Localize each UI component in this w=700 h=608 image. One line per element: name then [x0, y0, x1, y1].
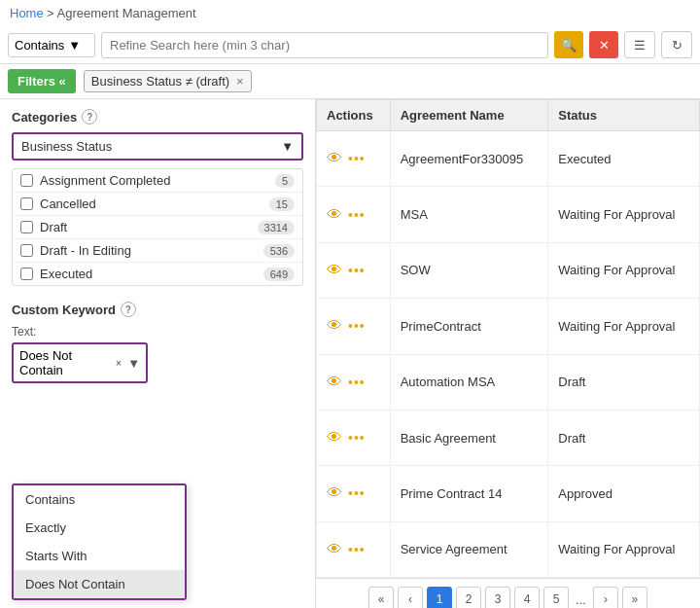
category-item-count: 5 [275, 174, 295, 188]
category-item-count: 15 [269, 197, 295, 211]
view-icon[interactable]: 👁 [327, 429, 342, 447]
list-view-button[interactable]: ☰ [624, 31, 655, 58]
agreement-name-cell: PrimeContract [390, 299, 548, 354]
more-options-icon[interactable]: ••• [348, 430, 366, 446]
status-cell: Waiting For Approval [548, 299, 700, 354]
search-type-arrow: ▼ [68, 38, 81, 53]
list-item: Draft 3314 [13, 216, 302, 239]
category-item-label: Draft [40, 220, 258, 234]
custom-keyword-help-icon[interactable]: ? [121, 302, 136, 317]
text-filter-close-btn[interactable]: × [116, 357, 122, 369]
filter-close-button[interactable]: × [236, 74, 244, 89]
actions-cell: 👁 ••• [317, 131, 391, 187]
text-filter-dropdown[interactable]: Does Not Contain × ▼ [12, 342, 148, 383]
list-item: Assignment Completed 5 [13, 169, 302, 193]
breadcrumb-separator: > [47, 6, 57, 20]
list-item: Draft - In Editing 536 [13, 239, 302, 263]
more-options-icon[interactable]: ••• [348, 542, 366, 557]
category-item-label: Cancelled [40, 197, 269, 211]
view-icon[interactable]: 👁 [327, 541, 342, 558]
view-icon[interactable]: 👁 [327, 317, 342, 335]
dropdown-menu-item[interactable]: Contains [14, 485, 185, 514]
more-options-icon[interactable]: ••• [348, 151, 366, 166]
more-options-icon[interactable]: ••• [348, 318, 366, 334]
page-prev-button[interactable]: ‹ [398, 587, 423, 608]
page-next-button[interactable]: › [593, 587, 618, 608]
text-filter-arrow: ▼ [127, 356, 140, 371]
category-checkbox[interactable] [20, 221, 33, 233]
custom-keyword-label: Custom Keyword [12, 303, 116, 317]
clear-icon: ✕ [599, 38, 610, 53]
page-1-button[interactable]: 1 [427, 587, 452, 608]
agreement-name-cell: Basic Agreement [390, 410, 548, 465]
actions-cell: 👁 ••• [317, 466, 391, 521]
search-type-dropdown[interactable]: Contains ▼ [8, 33, 95, 57]
category-dropdown[interactable]: Business Status ▼ [12, 132, 303, 161]
table-row: 👁 ••• PrimeContract Waiting For Approval [317, 299, 700, 354]
search-type-value: Contains [15, 38, 64, 53]
agreement-name-cell: Service Agreement [390, 521, 548, 577]
list-item: Executed 649 [13, 263, 302, 285]
category-item-count: 3314 [258, 221, 295, 234]
page-2-button[interactable]: 2 [456, 587, 481, 608]
categories-section: Categories ? Business Status ▼ Assignmen… [0, 99, 315, 292]
table-row: 👁 ••• Service Agreement Waiting For Appr… [317, 521, 700, 577]
refresh-icon: ↻ [672, 38, 682, 53]
category-item-label: Executed [40, 267, 263, 281]
actions-cell: 👁 ••• [317, 410, 391, 465]
category-checkbox[interactable] [20, 244, 33, 257]
category-item-label: Draft - In Editing [40, 243, 263, 258]
dropdown-menu-item[interactable]: Does Not Contain [14, 570, 185, 598]
categories-help-icon[interactable]: ? [82, 109, 97, 125]
actions-cell: 👁 ••• [317, 521, 391, 577]
filters-toggle-button[interactable]: Filters « [8, 69, 76, 93]
text-filter-value: Does Not Contain × [19, 348, 122, 377]
category-checkbox[interactable] [20, 174, 33, 187]
dropdown-menu-item[interactable]: Exactly [14, 514, 185, 542]
category-checkbox[interactable] [20, 197, 33, 210]
table-row: 👁 ••• Prime Contract 14 Approved [317, 466, 700, 521]
view-icon[interactable]: 👁 [327, 206, 342, 224]
more-options-icon[interactable]: ••• [348, 375, 366, 390]
search-button[interactable]: 🔍 [554, 31, 583, 58]
status-cell: Waiting For Approval [548, 187, 700, 242]
agreement-name-cell: Prime Contract 14 [390, 466, 548, 521]
categories-label: Categories [12, 110, 77, 125]
status-cell: Approved [548, 466, 700, 521]
actions-cell: 👁 ••• [317, 242, 391, 298]
breadcrumb-home[interactable]: Home [10, 6, 44, 20]
more-options-icon[interactable]: ••• [348, 207, 366, 223]
page-last-button[interactable]: » [622, 587, 648, 608]
more-options-icon[interactable]: ••• [348, 263, 366, 278]
view-icon[interactable]: 👁 [327, 262, 342, 279]
active-filter-label: Business Status ≠ (draft) [91, 74, 229, 89]
search-input[interactable] [101, 32, 548, 58]
refresh-button[interactable]: ↻ [661, 31, 692, 58]
status-cell: Draft [548, 354, 700, 410]
category-item-count: 649 [263, 268, 295, 281]
text-filter-label: Text: [12, 325, 303, 339]
view-icon[interactable]: 👁 [327, 150, 342, 167]
category-checkbox-list: Assignment Completed 5 Cancelled 15 Draf… [12, 168, 303, 286]
view-icon[interactable]: 👁 [327, 374, 342, 391]
page-3-button[interactable]: 3 [485, 587, 510, 608]
status-cell: Draft [548, 410, 700, 465]
actions-cell: 👁 ••• [317, 299, 391, 354]
category-item-count: 536 [263, 244, 295, 258]
page-4-button[interactable]: 4 [514, 587, 540, 608]
page-5-button[interactable]: 5 [543, 587, 569, 608]
agreement-name-cell: MSA [390, 187, 548, 242]
filter-bar: Filters « Business Status ≠ (draft) × [0, 64, 700, 99]
text-filter-value-text: Does Not Contain [19, 348, 112, 377]
agreements-table: Actions Agreement Name Status 👁 ••• Agre… [316, 99, 700, 578]
custom-keyword-title: Custom Keyword ? [12, 302, 303, 317]
search-clear-button[interactable]: ✕ [589, 31, 618, 58]
category-dropdown-value: Business Status [21, 139, 112, 154]
custom-keyword-section: Custom Keyword ? Text: Does Not Contain … [0, 292, 315, 608]
dropdown-menu-item[interactable]: Starts With [14, 542, 185, 570]
category-checkbox[interactable] [20, 268, 33, 280]
view-icon[interactable]: 👁 [327, 484, 342, 502]
more-options-icon[interactable]: ••• [348, 485, 366, 501]
left-panel: Categories ? Business Status ▼ Assignmen… [0, 99, 316, 608]
page-first-button[interactable]: « [368, 587, 394, 608]
